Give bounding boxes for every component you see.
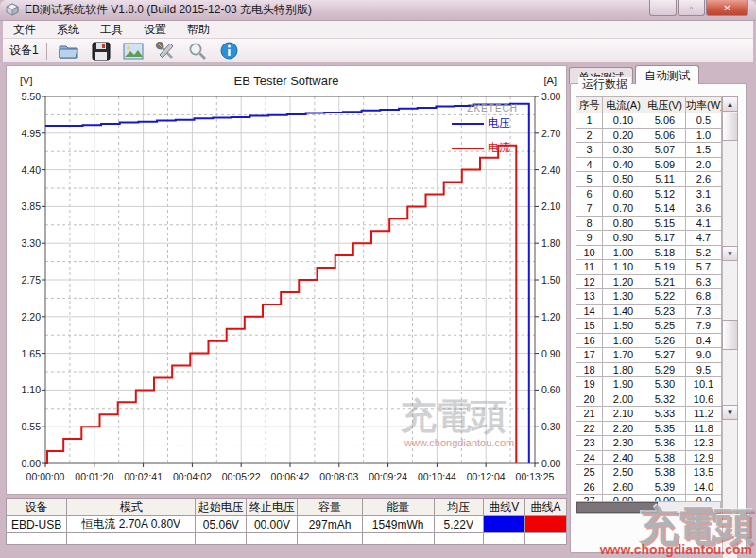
device-tab[interactable]: 设备1 [3, 43, 46, 59]
legend-current: 电流 [452, 140, 510, 156]
close-button[interactable]: ✕ [706, 0, 748, 16]
cell: 5.29 [644, 362, 686, 377]
cell: 2.00 [603, 392, 644, 407]
vertical-scrollbar[interactable]: ▲ ▼ ▼ [722, 96, 738, 558]
menu-item-系统[interactable]: 系统 [46, 21, 90, 38]
cell: 5.25 [644, 319, 686, 334]
cell: 0.40 [603, 157, 644, 172]
maximize-button[interactable]: ▫ [678, 0, 705, 16]
table-row[interactable]: 171.705.279.0 [576, 348, 722, 363]
cell: 5.15 [644, 216, 686, 231]
cell: 1.70 [603, 348, 644, 363]
cell: 5.21 [644, 274, 686, 289]
table-row[interactable]: 20.205.061.0 [576, 128, 722, 143]
cell: 3.1 [686, 186, 722, 201]
table-row[interactable]: 121.205.216.3 [576, 274, 722, 289]
table-row[interactable]: 10.105.060.5 [576, 113, 722, 129]
table-row[interactable]: 151.505.257.9 [576, 319, 722, 334]
y-right-tick: 1.20 [541, 311, 570, 323]
summary-cell: EBD-USB [7, 516, 67, 533]
cell: 21 [576, 407, 603, 422]
horizontal-scrollbar[interactable] [576, 501, 721, 514]
cell: 5.38 [644, 465, 686, 480]
table-row[interactable]: 212.105.3311.2 [576, 407, 722, 422]
open-folder-icon[interactable] [58, 41, 80, 61]
table-row[interactable]: 262.605.3914.0 [576, 480, 722, 495]
cell: 5.07 [644, 143, 686, 158]
cell: 9.0 [686, 348, 722, 363]
table-row[interactable]: 141.405.237.3 [576, 304, 722, 319]
table-row[interactable]: 222.205.3511.8 [576, 421, 722, 436]
cell: 6.8 [686, 289, 722, 305]
table-row[interactable]: 202.005.3210.6 [576, 392, 722, 407]
cell: 5.12 [644, 186, 686, 201]
cell: 4.1 [686, 216, 722, 231]
table-row[interactable]: 30.305.071.5 [576, 143, 722, 158]
summary-header: 均压 [434, 499, 483, 516]
cell: 1.80 [603, 362, 644, 377]
summary-cell: 1549mWh [362, 516, 434, 533]
menu-bar: 文件系统工具设置帮助 [3, 21, 753, 39]
y-left-tick: 2.20 [12, 311, 41, 323]
cell: 5.09 [644, 157, 686, 172]
scroll-up-button[interactable]: ▲ [722, 96, 738, 112]
summary-cell: 00.00V [247, 516, 298, 533]
zoom-icon[interactable] [186, 41, 209, 61]
table-row[interactable]: 90.905.174.7 [576, 231, 722, 246]
table-row[interactable]: 60.605.123.1 [576, 186, 722, 201]
image-export-icon[interactable] [122, 41, 145, 61]
summary-empty-row [7, 533, 567, 545]
table-row[interactable]: 101.005.185.2 [576, 245, 722, 260]
table-row[interactable]: 131.305.226.8 [576, 289, 722, 305]
toolbar-separator [46, 43, 47, 60]
scrollbar-thumb[interactable] [722, 113, 738, 141]
table-row[interactable]: 252.505.3813.5 [576, 465, 722, 480]
current-curve [45, 146, 516, 463]
table-row[interactable]: 161.605.268.4 [576, 333, 722, 348]
tools-icon[interactable] [154, 41, 177, 61]
table-row[interactable]: 232.305.3612.3 [576, 436, 722, 451]
minimize-button[interactable]: – [649, 0, 677, 16]
info-icon[interactable] [218, 41, 241, 61]
summary-header: 曲线A [524, 499, 566, 516]
table-row[interactable]: 40.405.092.0 [576, 157, 722, 172]
scrollbar-thumb[interactable] [722, 320, 738, 350]
window-title: EB测试系统软件 V1.8.0 (Build 2015-12-03 充电头特别版… [25, 2, 312, 18]
save-icon[interactable] [90, 41, 112, 61]
cell: 15 [576, 319, 603, 334]
title-bar: EB测试系统软件 V1.8.0 (Build 2015-12-03 充电头特别版… [0, 0, 756, 21]
horizontal-scrollbar-thumb[interactable] [576, 502, 658, 513]
table-row[interactable]: 191.905.3010.1 [576, 377, 722, 392]
cell: 10 [576, 245, 603, 260]
run-data-groupbox: 运行数据 序号电流(A)电压(V)功率(W)10.105.060.520.205… [570, 83, 747, 553]
summary-table: 设备模式起始电压终止电压容量能量均压曲线V曲线AEBD-USB恒电流 2.70A… [6, 498, 567, 545]
table-row[interactable]: 181.805.299.5 [576, 362, 722, 377]
cell: 2 [576, 128, 603, 143]
menu-item-帮助[interactable]: 帮助 [177, 21, 220, 38]
summary-cell: 恒电流 2.70A 0.80V [67, 516, 196, 533]
table-row[interactable]: 242.405.3812.9 [576, 450, 722, 465]
right-axis-unit: [A] [544, 75, 557, 86]
table-row[interactable]: 80.805.154.1 [576, 216, 722, 231]
column-header: 电流(A) [603, 97, 644, 113]
cell: 4 [576, 157, 603, 172]
menu-item-工具[interactable]: 工具 [90, 21, 133, 38]
summary-cell: 297mAh [298, 516, 362, 533]
table-row[interactable]: 111.105.195.7 [576, 260, 722, 275]
menu-item-文件[interactable]: 文件 [3, 21, 46, 38]
cell: 16 [576, 333, 603, 348]
tab-自动测试[interactable]: 自动测试 [635, 65, 699, 84]
cell: 5.06 [644, 113, 686, 129]
summary-header: 曲线V [483, 499, 524, 516]
cell: 12 [576, 274, 603, 289]
table-row[interactable]: 70.705.143.6 [576, 201, 722, 217]
table-row[interactable]: 50.505.112.6 [576, 172, 722, 187]
summary-header: 设备 [7, 499, 67, 516]
empty-cell [298, 533, 362, 545]
cell: 0.5 [686, 113, 722, 129]
scroll-down-button[interactable]: ▼ [722, 246, 738, 261]
cell: 0.50 [603, 172, 644, 187]
cell: 2.30 [603, 436, 644, 451]
menu-item-设置[interactable]: 设置 [133, 21, 177, 38]
scroll-down-button[interactable]: ▼ [722, 405, 738, 420]
